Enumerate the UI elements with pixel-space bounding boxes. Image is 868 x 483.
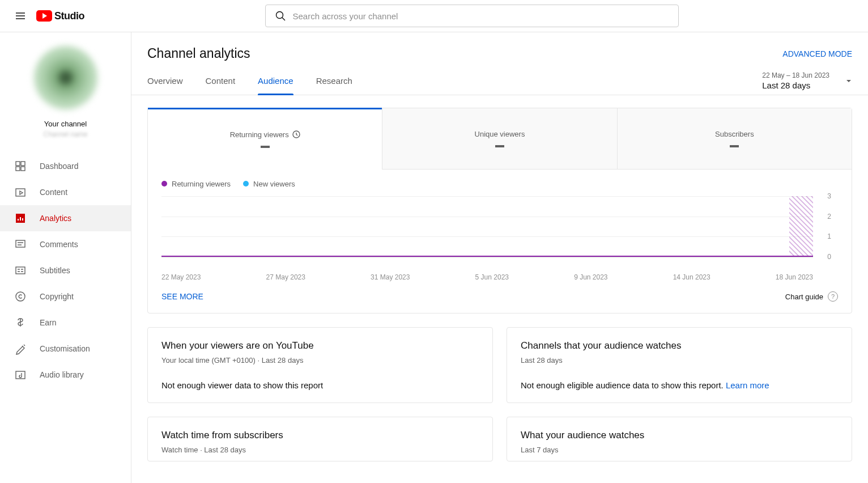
metric-tab-value: [730, 145, 739, 147]
metric-tab-returning-viewers[interactable]: Returning viewers: [148, 108, 382, 170]
chart-footer: SEE MORE Chart guide ?: [148, 281, 852, 313]
youtube-icon: [36, 10, 52, 22]
xtick: 5 Jun 2023: [475, 273, 509, 281]
card-title: Channels that your audience watches: [521, 340, 838, 351]
tab-content[interactable]: Content: [206, 67, 236, 95]
search-box[interactable]: [265, 5, 679, 27]
learn-more-link[interactable]: Learn more: [726, 380, 769, 390]
chart-legend: Returning viewers New viewers: [148, 170, 852, 196]
sidebar-item-label: Earn: [40, 318, 57, 327]
metric-tab-title: Subscribers: [715, 130, 754, 138]
svg-rect-8: [16, 267, 25, 274]
svg-rect-2: [21, 162, 25, 166]
ytick: 0: [820, 253, 831, 261]
audio-library-icon: [14, 368, 27, 382]
legend-item-new: New viewers: [243, 180, 295, 188]
see-more-link[interactable]: SEE MORE: [161, 292, 203, 301]
logo[interactable]: Studio: [36, 10, 84, 22]
card-body-text: Not enough eligible audience data to sho…: [521, 380, 726, 390]
divider: [131, 95, 868, 95]
search-input[interactable]: [293, 11, 669, 21]
series-line-returning: [161, 256, 813, 257]
search-icon: [275, 10, 286, 22]
sidebar-item-audio-library[interactable]: Audio library: [0, 362, 131, 388]
card-title: What your audience watches: [521, 430, 838, 441]
card-title: Watch time from subscribers: [161, 430, 479, 441]
ytick: 2: [820, 213, 831, 221]
ytick: 3: [820, 192, 831, 200]
sidebar-item-label: Content: [40, 188, 67, 197]
clock-icon: [292, 130, 300, 138]
hamburger-icon: [14, 10, 27, 22]
card-sub: Last 7 days: [521, 446, 838, 454]
sidebar-item-customisation[interactable]: Customisation: [0, 336, 131, 362]
sidebar-item-copyright[interactable]: Copyright: [0, 283, 131, 310]
chevron-down-icon: [845, 78, 852, 84]
xtick: 31 May 2023: [371, 273, 410, 281]
comments-icon: [14, 238, 27, 251]
tab-audience[interactable]: Audience: [258, 67, 293, 95]
chart-guide-label: Chart guide: [785, 293, 823, 301]
svg-rect-7: [16, 240, 25, 247]
sidebar-item-label: Comments: [40, 240, 78, 249]
date-range-label: Last 28 days: [762, 80, 829, 90]
xtick: 27 May 2023: [266, 273, 305, 281]
svg-rect-1: [16, 162, 20, 166]
chart-plot[interactable]: 3 2 1 0: [161, 196, 838, 270]
card-sub: Last 28 days: [521, 356, 838, 365]
card-viewers-on-youtube: When your viewers are on YouTube Your lo…: [147, 327, 493, 403]
nav-list: Dashboard Content Analytics Comments Sub…: [0, 153, 131, 388]
tabs: Overview Content Audience Research: [147, 67, 352, 95]
metric-tab-title: Unique viewers: [475, 130, 525, 138]
sidebar-item-dashboard[interactable]: Dashboard: [0, 153, 131, 179]
your-channel-name: Channel name: [43, 130, 87, 138]
page-title: Channel analytics: [147, 46, 250, 61]
sidebar-item-content[interactable]: Content: [0, 179, 131, 205]
legend-label: Returning viewers: [172, 180, 231, 188]
chart-guide-link[interactable]: Chart guide ?: [785, 291, 838, 302]
menu-button[interactable]: [9, 5, 32, 27]
tab-overview[interactable]: Overview: [147, 67, 183, 95]
card-body: Not enough viewer data to show this repo…: [161, 380, 479, 390]
channel-header: Your channel Channel name: [0, 32, 131, 147]
legend-label: New viewers: [253, 180, 295, 188]
plot-area: 3 2 1 0: [161, 196, 813, 257]
avatar[interactable]: [34, 46, 97, 109]
card-sub: Your local time (GMT +0100) · Last 28 da…: [161, 356, 479, 365]
help-icon: ?: [828, 291, 838, 302]
x-axis-ticks: 22 May 2023 27 May 2023 31 May 2023 5 Ju…: [161, 273, 813, 281]
dashboard-icon: [14, 159, 27, 173]
tab-research[interactable]: Research: [316, 67, 352, 95]
advanced-mode-link[interactable]: ADVANCED MODE: [782, 49, 852, 58]
metric-tab-subscribers[interactable]: Subscribers: [617, 108, 852, 170]
metric-tab-unique-viewers[interactable]: Unique viewers: [382, 108, 616, 170]
titlebar: Channel analytics ADVANCED MODE: [147, 46, 852, 61]
sidebar-item-label: Analytics: [40, 214, 71, 223]
sidebar-item-comments[interactable]: Comments: [0, 231, 131, 257]
content-icon: [14, 185, 27, 199]
sidebar-item-analytics[interactable]: Analytics: [0, 205, 131, 231]
svg-point-0: [276, 12, 283, 19]
date-range-text: 22 May – 18 Jun 2023: [762, 71, 829, 79]
ytick: 1: [820, 232, 831, 240]
copyright-icon: [14, 290, 27, 303]
sidebar-item-label: Dashboard: [40, 162, 79, 171]
logo-text: Studio: [54, 10, 84, 22]
topbar: Studio: [0, 0, 868, 32]
sidebar-item-label: Subtitles: [40, 266, 70, 275]
svg-rect-5: [16, 189, 25, 196]
sidebar-item-label: Customisation: [40, 344, 90, 353]
subtitles-icon: [14, 264, 27, 277]
sidebar-item-label: Audio library: [40, 370, 84, 379]
xtick: 9 Jun 2023: [574, 273, 607, 281]
analytics-icon: [14, 211, 27, 225]
sidebar-item-subtitles[interactable]: Subtitles: [0, 257, 131, 283]
card-audience-watches: What your audience watches Last 7 days: [507, 417, 852, 461]
card-body: Not enough eligible audience data to sho…: [521, 380, 838, 390]
sidebar-item-earn[interactable]: Earn: [0, 310, 131, 336]
metric-tab-title: Returning viewers: [230, 130, 289, 139]
metric-tabs: Returning viewers Unique viewers Subscri…: [148, 108, 852, 170]
card-sub: Watch time · Last 28 days: [161, 446, 479, 454]
date-range-picker[interactable]: 22 May – 18 Jun 2023 Last 28 days: [762, 71, 852, 95]
svg-rect-4: [21, 167, 25, 171]
